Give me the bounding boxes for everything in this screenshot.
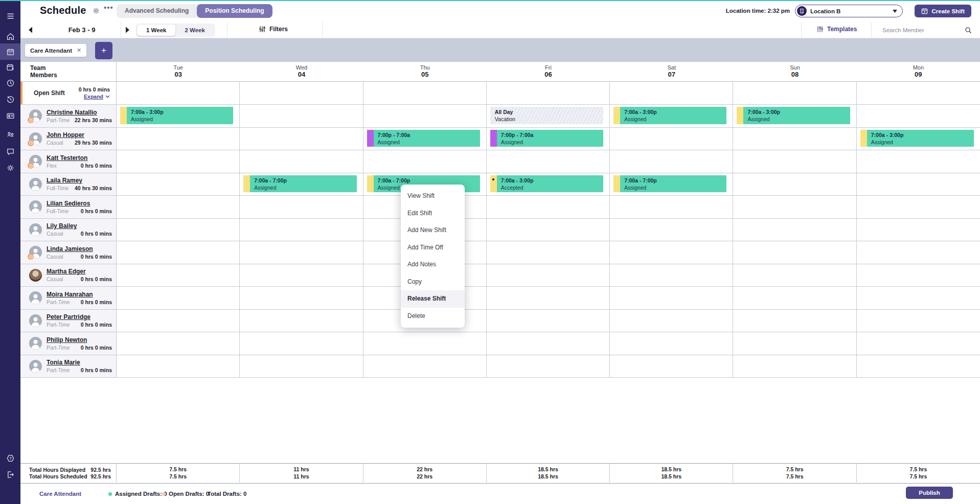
shift-cell-mon[interactable] xyxy=(857,264,980,287)
sidebar-item-logout[interactable] xyxy=(0,467,20,482)
shift-cell-fri[interactable] xyxy=(487,150,610,173)
member-name-link[interactable]: Moira Hanrahan xyxy=(47,291,112,298)
shift-cell-fri[interactable]: 7:00a - 3:00pAccepted xyxy=(487,173,610,196)
shift-cell-tue[interactable] xyxy=(117,150,240,173)
publish-button[interactable]: Publish xyxy=(906,487,953,499)
member-name-link[interactable]: Christine Natallio xyxy=(47,109,112,116)
shift-cell-tue[interactable] xyxy=(117,287,240,309)
sidebar-item-settings[interactable] xyxy=(0,160,20,175)
shift-cell-wed[interactable] xyxy=(240,355,363,378)
add-position-button[interactable]: + xyxy=(95,42,112,59)
tab-position-scheduling[interactable]: Position Scheduling xyxy=(197,4,272,18)
member-name-link[interactable]: Lilian Sedieros xyxy=(47,200,112,207)
shift-cell-sat[interactable] xyxy=(610,128,733,150)
shift-cell-fri[interactable] xyxy=(487,219,610,241)
shift-cell-sat[interactable] xyxy=(610,196,733,218)
shift-cell-fri[interactable] xyxy=(487,355,610,378)
shift-cell-sun[interactable] xyxy=(733,173,856,196)
shift-cell-tue[interactable] xyxy=(117,128,240,150)
open-shift-day-cell-mon[interactable] xyxy=(857,82,980,104)
location-selector[interactable]: Location B xyxy=(795,5,903,17)
shift-cell-sun[interactable] xyxy=(733,287,856,309)
schedule-settings-gear-icon[interactable] xyxy=(92,7,100,15)
shift-chip[interactable]: 7:00a - 3:00pAssigned xyxy=(737,107,850,124)
shift-cell-sat[interactable]: 7:00a - 7:00pAssigned xyxy=(610,173,733,196)
shift-cell-mon[interactable] xyxy=(857,332,980,355)
shift-cell-fri[interactable] xyxy=(487,287,610,309)
footer-position-link[interactable]: Care Attendant xyxy=(39,491,81,497)
open-shift-day-cell-sat[interactable] xyxy=(610,82,733,104)
shift-cell-mon[interactable] xyxy=(857,196,980,218)
sidebar-item-calendar-add[interactable] xyxy=(0,59,20,75)
tab-advanced-scheduling[interactable]: Advanced Scheduling xyxy=(117,4,197,18)
shift-cell-tue[interactable] xyxy=(117,219,240,241)
open-shift-expand-link[interactable]: Expand xyxy=(84,94,110,100)
shift-cell-mon[interactable] xyxy=(857,105,980,127)
menu-item-delete[interactable]: Delete xyxy=(401,308,465,325)
sidebar-item-chat[interactable] xyxy=(0,144,20,159)
sidebar-item-menu[interactable] xyxy=(0,8,20,24)
shift-cell-sat[interactable] xyxy=(610,264,733,287)
position-tag-care-attendant[interactable]: Care Attendant ✕ xyxy=(25,44,86,57)
shift-chip[interactable]: 7:00a - 3:00pAssigned xyxy=(860,130,974,147)
shift-cell-fri[interactable] xyxy=(487,264,610,287)
shift-cell-fri[interactable] xyxy=(487,241,610,264)
menu-item-view-shift[interactable]: View Shift xyxy=(401,188,465,205)
shift-chip[interactable]: 7:00p - 7:00aAssigned xyxy=(490,130,603,147)
vacation-chip[interactable]: All DayVacation xyxy=(490,107,603,124)
shift-cell-fri[interactable] xyxy=(487,310,610,332)
shift-cell-wed[interactable] xyxy=(240,310,363,332)
shift-cell-wed[interactable] xyxy=(240,196,363,218)
shift-cell-sat[interactable] xyxy=(610,355,733,378)
menu-item-edit-shift[interactable]: Edit Shift xyxy=(401,205,465,222)
shift-cell-sun[interactable] xyxy=(733,241,856,264)
shift-cell-wed[interactable] xyxy=(240,264,363,287)
shift-cell-sat[interactable] xyxy=(610,287,733,309)
shift-cell-mon[interactable] xyxy=(857,150,980,173)
open-shift-day-cell-thu[interactable] xyxy=(363,82,487,104)
shift-cell-wed[interactable] xyxy=(240,150,363,173)
menu-item-release-shift[interactable]: Release Shift xyxy=(401,290,465,308)
shift-cell-wed[interactable] xyxy=(240,105,363,127)
previous-week-icon[interactable] xyxy=(28,27,33,33)
sidebar-item-clock[interactable] xyxy=(0,75,20,90)
shift-cell-mon[interactable] xyxy=(857,310,980,332)
shift-cell-sun[interactable] xyxy=(733,355,856,378)
shift-cell-wed[interactable] xyxy=(240,287,363,309)
shift-chip[interactable]: 7:00a - 7:00pAssigned xyxy=(613,175,726,193)
shift-cell-wed[interactable]: 7:00a - 7:00pAssigned xyxy=(240,173,363,196)
shift-cell-thu[interactable] xyxy=(363,150,487,173)
shift-cell-sun[interactable] xyxy=(733,128,856,150)
member-name-link[interactable]: Martha Edger xyxy=(47,268,112,275)
shift-cell-mon[interactable]: 7:00a - 3:00pAssigned xyxy=(857,128,980,150)
open-shift-cell[interactable]: Open Shift 0 hrs 0 mins Expand xyxy=(20,82,117,104)
shift-cell-sun[interactable] xyxy=(733,310,856,332)
search-icon[interactable] xyxy=(965,27,972,34)
sidebar-item-history[interactable] xyxy=(0,91,20,107)
sidebar-item-home[interactable] xyxy=(0,29,20,44)
create-shift-button[interactable]: Create Shift xyxy=(915,5,971,17)
toggle-2-week[interactable]: 2 Week xyxy=(175,25,214,36)
shift-cell-fri[interactable]: 7:00p - 7:00aAssigned xyxy=(487,128,610,150)
shift-cell-wed[interactable] xyxy=(240,219,363,241)
shift-cell-sun[interactable] xyxy=(733,219,856,241)
shift-cell-tue[interactable] xyxy=(117,196,240,218)
menu-item-add-new-shift[interactable]: Add New Shift xyxy=(401,222,465,239)
open-shift-day-cell-sun[interactable] xyxy=(733,82,856,104)
shift-cell-sun[interactable] xyxy=(733,332,856,355)
shift-cell-tue[interactable] xyxy=(117,310,240,332)
shift-cell-tue[interactable]: 7:00a - 3:00pAssigned xyxy=(117,105,240,127)
shift-cell-mon[interactable] xyxy=(857,219,980,241)
member-name-link[interactable]: Lily Bailey xyxy=(47,222,112,230)
sidebar-item-help[interactable]: ? xyxy=(0,450,20,466)
shift-cell-tue[interactable] xyxy=(117,332,240,355)
shift-chip[interactable]: 7:00p - 7:00aAssigned xyxy=(367,130,480,147)
menu-item-copy[interactable]: Copy xyxy=(401,273,465,291)
shift-cell-sun[interactable] xyxy=(733,196,856,218)
shift-cell-fri[interactable]: All DayVacation xyxy=(487,105,610,127)
shift-cell-fri[interactable] xyxy=(487,332,610,355)
member-name-link[interactable]: Tonia Marie xyxy=(47,359,112,366)
shift-cell-sun[interactable]: 7:00a - 3:00pAssigned xyxy=(733,105,856,127)
shift-cell-tue[interactable] xyxy=(117,264,240,287)
shift-cell-tue[interactable] xyxy=(117,241,240,264)
